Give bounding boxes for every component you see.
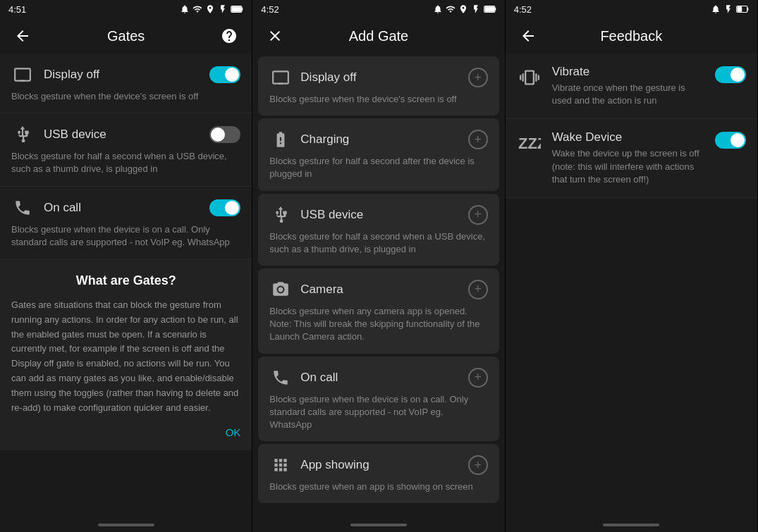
gate-desc-display-off: Blocks gesture when the device's screen … — [11, 90, 240, 103]
add-gate-desc-camera: Blocks gesture when any camera app is op… — [269, 305, 487, 344]
app-bar-1: Gates — [0, 18, 252, 54]
add-usb-icon — [269, 204, 292, 226]
add-charging-plus[interactable]: + — [468, 130, 488, 149]
add-camera-icon — [269, 278, 292, 301]
status-icons-2 — [433, 4, 496, 14]
gate-desc-usb: Blocks gesture for half a second when a … — [11, 150, 240, 175]
svg-rect-5 — [494, 8, 496, 11]
lightning-icon-2 — [471, 4, 481, 14]
location-icon-2 — [458, 4, 468, 14]
gate-name-display-off: Display off — [44, 68, 99, 82]
toggle-wake[interactable] — [715, 132, 746, 149]
svg-rect-2 — [232, 6, 242, 12]
add-usb-plus[interactable]: + — [468, 205, 488, 225]
add-gate-camera[interactable]: Camera + Blocks gesture when any camera … — [258, 268, 499, 354]
location-icon-1 — [205, 4, 215, 14]
add-app-icon — [269, 454, 292, 476]
add-gate-desc-oncall: Blocks gesture when the device is on a c… — [269, 393, 487, 432]
add-gate-desc-charging: Blocks gesture for half a second after t… — [269, 155, 487, 180]
vibrate-content: Vibrate Vibrate once when the gesture is… — [552, 65, 705, 107]
add-gate-display-off[interactable]: Display off + Blocks gesture when the de… — [258, 56, 499, 116]
status-bar-1: 4:51 — [0, 0, 252, 18]
help-button-1[interactable] — [218, 25, 240, 47]
back-button-1[interactable] — [11, 25, 34, 47]
add-display-icon — [269, 66, 292, 89]
add-display-plus[interactable]: + — [468, 68, 488, 87]
toggle-thumb-vibrate — [731, 68, 745, 82]
status-icons-3 — [711, 4, 749, 14]
panel2-title: Add Gate — [286, 28, 470, 44]
gate-name-usb: USB device — [44, 128, 106, 142]
feedback-panel: 4:52 Feedback Vibrate Vibrate once when … — [506, 0, 758, 532]
feedback-item-vibrate[interactable]: Vibrate Vibrate once when the gesture is… — [506, 54, 757, 119]
toggle-thumb-wake — [731, 133, 745, 147]
add-gate-charging[interactable]: Charging + Blocks gesture for half a sec… — [258, 118, 499, 190]
toggle-thumb-usb — [211, 128, 225, 142]
add-gate-oncall[interactable]: On call + Blocks gesture when the device… — [258, 357, 499, 442]
wake-desc: Wake the device up the screen is off (no… — [552, 147, 705, 186]
add-camera-plus[interactable]: + — [468, 280, 488, 299]
toggle-vibrate-container — [715, 66, 746, 83]
ok-button[interactable]: OK — [226, 426, 241, 438]
notification-icon-1 — [180, 4, 190, 14]
lightning-icon-3 — [723, 4, 733, 14]
toggle-wake-container — [715, 132, 746, 149]
gate-item-display-off[interactable]: Display off Blocks gesture when the devi… — [0, 54, 252, 113]
info-title: What are Gates? — [11, 273, 240, 288]
wake-name: Wake Device — [552, 130, 705, 144]
status-bar-3: 4:52 — [506, 0, 757, 18]
app-bar-3: Feedback — [506, 18, 757, 54]
feedback-list: Vibrate Vibrate once when the gesture is… — [506, 54, 757, 518]
toggle-oncall[interactable] — [209, 199, 240, 216]
toggle-usb[interactable] — [209, 126, 240, 143]
time-1: 4:51 — [8, 4, 26, 15]
svg-rect-9 — [747, 8, 749, 11]
bottom-indicator-1 — [0, 518, 252, 532]
vibrate-desc: Vibrate once when the gesture is used an… — [552, 82, 705, 107]
bottom-bar-1 — [98, 524, 154, 526]
add-gate-appshowing[interactable]: App showing + Blocks gesture when an app… — [258, 444, 499, 503]
bottom-bar-3 — [603, 524, 659, 526]
svg-text:ZZZ: ZZZ — [518, 135, 541, 152]
wifi-icon-1 — [192, 4, 202, 14]
usb-icon-1 — [11, 123, 34, 146]
add-gate-name-charging: Charging — [300, 132, 349, 147]
gates-panel: 4:51 Gates Display off — [0, 0, 252, 532]
time-3: 4:52 — [514, 4, 532, 15]
gate-item-oncall[interactable]: On call Blocks gesture when the device i… — [0, 187, 252, 259]
svg-rect-1 — [242, 8, 243, 11]
gate-desc-oncall: Blocks gesture when the device is on a c… — [11, 223, 240, 249]
sleep-icon: ZZZ — [517, 130, 542, 156]
notification-icon-3 — [711, 4, 721, 14]
add-gate-name-camera: Camera — [300, 283, 343, 297]
add-gate-desc-display: Blocks gesture when the device's screen … — [269, 93, 487, 106]
gate-item-usb[interactable]: USB device Blocks gesture for half a sec… — [0, 113, 252, 186]
info-text: Gates are situations that can block the … — [11, 298, 240, 415]
vibrate-icon — [517, 65, 542, 90]
back-button-3[interactable] — [517, 25, 539, 47]
feedback-item-wake[interactable]: ZZZ Wake Device Wake the device up the s… — [506, 119, 757, 198]
status-icons-1 — [180, 4, 243, 14]
add-call-icon — [269, 366, 292, 389]
notification-icon-2 — [433, 4, 443, 14]
close-button[interactable] — [264, 25, 286, 47]
toggle-vibrate[interactable] — [715, 66, 746, 83]
vibrate-name: Vibrate — [552, 65, 705, 79]
svg-rect-10 — [737, 6, 742, 12]
toggle-display-off[interactable] — [209, 66, 240, 83]
add-gate-usb[interactable]: USB device + Blocks gesture for half a s… — [258, 194, 499, 266]
wifi-icon-2 — [446, 4, 456, 14]
toggle-thumb-oncall — [225, 201, 239, 215]
app-bar-2: Add Gate — [252, 18, 504, 54]
gate-list: Display off Blocks gesture when the devi… — [0, 54, 252, 518]
battery-icon-3 — [736, 5, 749, 13]
add-gate-desc-usb: Blocks gesture for half a second when a … — [269, 230, 487, 256]
add-oncall-plus[interactable]: + — [468, 368, 488, 388]
bottom-indicator-2 — [252, 518, 504, 532]
gate-name-oncall: On call — [44, 201, 81, 215]
wake-content: Wake Device Wake the device up the scree… — [552, 130, 705, 186]
status-bar-2: 4:52 — [252, 0, 504, 18]
svg-rect-3 — [20, 80, 25, 82]
add-gate-desc-app: Blocks gesture when an app is showing on… — [269, 481, 487, 493]
add-app-plus[interactable]: + — [468, 455, 488, 475]
